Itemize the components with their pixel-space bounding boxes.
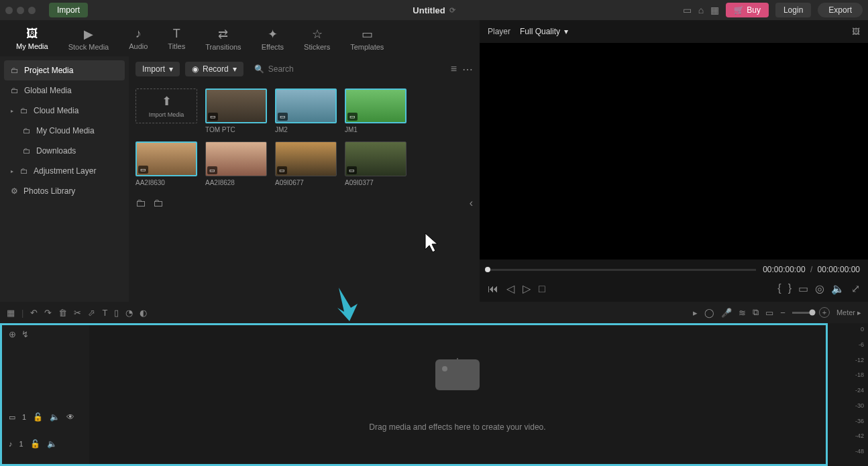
add-track-icon[interactable]: ⊕ [9, 329, 16, 339]
zoom-slider[interactable] [792, 312, 812, 314]
safe-zone-icon[interactable]: ◎ [815, 282, 824, 295]
sidebar-item-my-cloud-media[interactable]: 🗀My Cloud Media [4, 121, 125, 141]
close-dot[interactable] [5, 7, 13, 14]
clip-placeholder-icon [435, 359, 480, 390]
meter-toggle[interactable]: Meter ▸ [836, 308, 861, 317]
delete-icon[interactable]: 🗑 [58, 308, 67, 318]
select-tool-icon[interactable]: ⬀ [88, 308, 95, 318]
tab-transitions[interactable]: ⇄Transitions [201, 24, 245, 56]
media-clip-a09i0377[interactable]: ▭A09I0377 [345, 141, 406, 186]
export-button[interactable]: Export [818, 3, 863, 17]
sidebar-item-global-media[interactable]: 🗀Global Media [4, 80, 125, 101]
text-tool-icon[interactable]: T [102, 308, 107, 318]
sidebar-item-photos-library[interactable]: ⚙Photos Library [4, 181, 125, 201]
scrubber[interactable] [488, 269, 756, 271]
marker-icon[interactable]: ◯ [704, 308, 714, 318]
main-row: 🖼My Media▶Stock Media♪AudioTTitles⇄Trans… [0, 20, 868, 302]
clip-thumbnail[interactable]: ▭ [275, 89, 337, 123]
fold-icon[interactable]: ▸ [11, 108, 13, 114]
mark-out-icon[interactable]: } [788, 282, 792, 295]
fold-icon[interactable]: ▸ [11, 168, 13, 174]
media-bottom-bar: 🗀 🗀 ‹ [129, 193, 480, 213]
import-button[interactable]: Import [49, 3, 88, 17]
record-dropdown[interactable]: ◉ Record ▾ [185, 62, 243, 76]
grid-icon[interactable]: ▦ [710, 5, 719, 15]
clip-thumbnail[interactable]: ▭ [135, 141, 197, 176]
player-viewport[interactable] [480, 43, 868, 259]
tab-icon: ▶ [84, 27, 93, 42]
more-icon[interactable]: ⋯ [462, 63, 473, 76]
color-icon[interactable]: ◐ [140, 308, 147, 318]
media-clip-aa2i8630[interactable]: ▭AA2I8630 [135, 141, 197, 186]
sidebar-item-downloads[interactable]: 🗀Downloads [4, 141, 125, 161]
collapse-sidebar-icon[interactable]: ‹ [470, 197, 473, 209]
refresh-icon[interactable]: ⟳ [449, 6, 455, 15]
track-options-icon[interactable]: ↯ [21, 329, 29, 339]
cut-icon[interactable]: ✂ [74, 308, 81, 318]
home-icon[interactable]: ⌂ [698, 5, 704, 15]
voiceover-icon[interactable]: 🎤 [721, 308, 732, 318]
fullscreen-icon[interactable]: ⤢ [851, 282, 860, 295]
search-input[interactable]: 🔍 Search [249, 62, 445, 76]
tab-audio[interactable]: ♪Audio [125, 24, 152, 56]
visibility-icon[interactable]: 👁 [66, 412, 74, 422]
link-icon[interactable]: ⧉ [753, 307, 759, 318]
crop-icon[interactable]: ▯ [114, 308, 119, 318]
magnet-icon[interactable]: ▦ [7, 308, 15, 318]
mute-icon[interactable]: 🔈 [50, 412, 60, 422]
tracks-body[interactable]: Drag media and effects here to create yo… [89, 325, 826, 464]
play-icon[interactable]: ▷ [523, 282, 531, 295]
sidebar-item-cloud-media[interactable]: ▸🗀Cloud Media [4, 101, 125, 121]
sidebar-item-project-media[interactable]: 🗀Project Media [4, 60, 125, 80]
media-clip-tom-ptc[interactable]: ▭TOM PTC [205, 89, 267, 133]
clip-thumbnail[interactable]: ▭ [345, 89, 406, 123]
zoom-out-icon[interactable]: − [780, 308, 785, 318]
lock-icon[interactable]: 🔓 [33, 412, 43, 422]
import-dropdown[interactable]: Import ▾ [135, 62, 180, 76]
mark-in-icon[interactable]: { [777, 282, 781, 295]
clip-thumbnail[interactable]: ▭ [275, 141, 337, 176]
play-back-icon[interactable]: ◁ [506, 282, 514, 295]
new-bin-icon[interactable]: 🗀 [153, 197, 164, 209]
undo-icon[interactable]: ↶ [30, 308, 38, 318]
sidebar-item-adjustment-layer[interactable]: ▸🗀Adjustment Layer [4, 161, 125, 181]
tab-my-media[interactable]: 🖼My Media [12, 24, 52, 56]
timeline-main[interactable]: ⊕ ↯ ▭ 1 🔓 🔈 👁 ♪ 1 🔓 🔈 Dra [0, 323, 828, 466]
tab-stickers[interactable]: ☆Stickers [300, 24, 334, 56]
render-icon[interactable]: ▸ [693, 308, 698, 318]
clip-thumbnail[interactable]: ▭ [345, 141, 406, 176]
clip-thumbnail[interactable]: ▭ [205, 141, 267, 176]
quality-dropdown[interactable]: Full Quality ▾ [520, 27, 568, 36]
maximize-dot[interactable] [28, 7, 36, 14]
prev-frame-icon[interactable]: ⏮ [488, 283, 498, 295]
buy-button[interactable]: 🛒 Buy [726, 3, 769, 17]
volume-icon[interactable]: 🔈 [831, 282, 845, 295]
import-media-tile[interactable]: ⬆Import Media [135, 89, 197, 133]
tab-templates[interactable]: ▭Templates [346, 24, 388, 56]
stop-icon[interactable]: □ [539, 283, 545, 295]
mixer-icon[interactable]: ≋ [739, 308, 746, 318]
clip-label: AA2I8630 [135, 179, 197, 186]
lock-icon[interactable]: 🔓 [30, 439, 40, 449]
display-icon[interactable]: ▭ [683, 5, 692, 15]
media-clip-jm1[interactable]: ▭JM1 [345, 89, 406, 133]
media-clip-jm2[interactable]: ▭JM2 [275, 89, 337, 133]
snapshot-icon[interactable]: 🖼 [852, 27, 860, 36]
tab-effects[interactable]: ✦Effects [258, 24, 288, 56]
minimize-dot[interactable] [17, 7, 24, 14]
display-mode-icon[interactable]: ▭ [798, 282, 808, 295]
speed-icon[interactable]: ◔ [125, 308, 133, 318]
group-icon[interactable]: ▭ [765, 308, 773, 318]
new-folder-icon[interactable]: 🗀 [135, 197, 146, 209]
tab-stock-media[interactable]: ▶Stock Media [64, 24, 113, 56]
window-controls[interactable] [5, 7, 36, 14]
clip-thumbnail[interactable]: ▭ [205, 89, 267, 123]
tab-titles[interactable]: TTitles [164, 24, 189, 56]
zoom-in-icon[interactable]: + [819, 307, 830, 318]
media-clip-a09i0677[interactable]: ▭A09I0677 [275, 141, 337, 186]
media-clip-aa2i8628[interactable]: ▭AA2I8628 [205, 141, 267, 186]
redo-icon[interactable]: ↷ [44, 308, 52, 318]
mute-icon[interactable]: 🔈 [47, 439, 57, 449]
filter-icon[interactable]: ≡ [451, 63, 457, 76]
login-button[interactable]: Login [775, 3, 811, 17]
